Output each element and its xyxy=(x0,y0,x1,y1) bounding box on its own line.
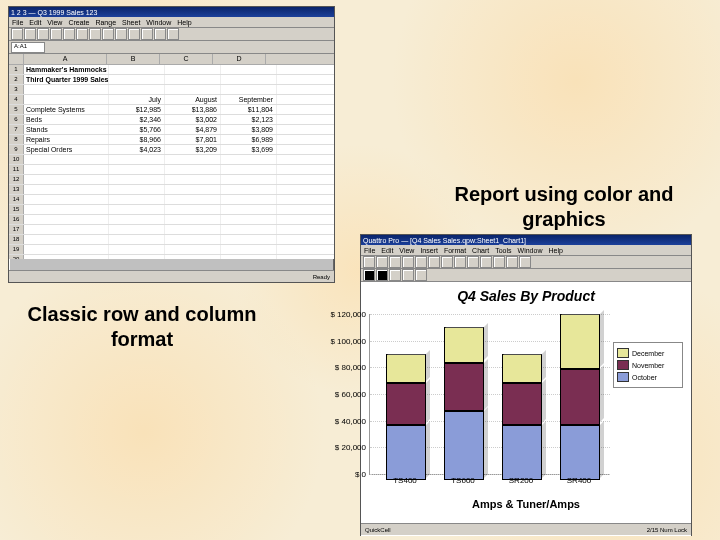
row-header[interactable]: 13 xyxy=(9,185,24,194)
menu-window[interactable]: Window xyxy=(146,19,171,26)
cell[interactable]: $12,985 xyxy=(109,105,165,114)
cell[interactable] xyxy=(24,155,109,164)
cell[interactable] xyxy=(109,65,165,74)
menu-create[interactable]: Create xyxy=(68,19,89,26)
cell[interactable] xyxy=(221,175,277,184)
row-header[interactable]: 14 xyxy=(9,195,24,204)
cell[interactable] xyxy=(109,215,165,224)
cell[interactable]: $4,879 xyxy=(165,125,221,134)
toolbar-button[interactable] xyxy=(402,256,414,268)
cell[interactable]: $7,801 xyxy=(165,135,221,144)
toolbar-button[interactable] xyxy=(115,28,127,40)
table-row[interactable]: 6Beds$2,346$3,002$2,123 xyxy=(9,115,334,125)
row-header[interactable]: 10 xyxy=(9,155,24,164)
cell[interactable] xyxy=(165,65,221,74)
cell[interactable]: $11,804 xyxy=(221,105,277,114)
menu-window[interactable]: Window xyxy=(518,247,543,254)
menu-help[interactable]: Help xyxy=(548,247,562,254)
table-row[interactable]: 5Complete Systems$12,985$13,886$11,804 xyxy=(9,105,334,115)
cell[interactable] xyxy=(165,85,221,94)
table-row[interactable]: 8Repairs$8,966$7,801$6,989 xyxy=(9,135,334,145)
menu-file[interactable]: File xyxy=(364,247,375,254)
row-header[interactable]: 17 xyxy=(9,225,24,234)
table-row[interactable]: 15 xyxy=(9,205,334,215)
table-row[interactable]: 3 xyxy=(9,85,334,95)
row-header[interactable]: 9 xyxy=(9,145,24,154)
row-header[interactable]: 2 xyxy=(9,75,24,84)
spreadsheet-grid[interactable]: A B C D 1Hammaker's Hammocks2Third Quart… xyxy=(9,54,334,259)
toolbar-button[interactable] xyxy=(389,256,401,268)
cell[interactable] xyxy=(165,185,221,194)
menu-edit[interactable]: Edit xyxy=(381,247,393,254)
row-header[interactable]: 8 xyxy=(9,135,24,144)
cell[interactable] xyxy=(221,195,277,204)
cell[interactable] xyxy=(165,225,221,234)
cell[interactable]: Stands xyxy=(24,125,109,134)
row-header[interactable]: 15 xyxy=(9,205,24,214)
cell[interactable] xyxy=(109,75,165,84)
cell[interactable] xyxy=(221,155,277,164)
cell-reference-box[interactable]: A:A1 xyxy=(11,42,45,53)
cell[interactable]: $2,346 xyxy=(109,115,165,124)
cell[interactable] xyxy=(24,205,109,214)
cell[interactable] xyxy=(109,245,165,254)
menu-insert[interactable]: Insert xyxy=(420,247,438,254)
toolbar-button[interactable] xyxy=(493,256,505,268)
row-header[interactable]: 3 xyxy=(9,85,24,94)
table-row[interactable]: 1Hammaker's Hammocks xyxy=(9,65,334,75)
toolbar-button[interactable] xyxy=(363,269,375,281)
cell[interactable]: Hammaker's Hammocks xyxy=(24,65,109,74)
cell[interactable]: September xyxy=(221,95,277,104)
row-header[interactable]: 4 xyxy=(9,95,24,104)
cell[interactable] xyxy=(24,165,109,174)
toolbar-button[interactable] xyxy=(76,28,88,40)
cell[interactable]: $13,886 xyxy=(165,105,221,114)
toolbar-button[interactable] xyxy=(50,28,62,40)
cell[interactable] xyxy=(24,185,109,194)
menu-help[interactable]: Help xyxy=(177,19,191,26)
toolbar-button[interactable] xyxy=(519,256,531,268)
toolbar-button[interactable] xyxy=(154,28,166,40)
cell[interactable] xyxy=(24,255,109,259)
toolbar-button[interactable] xyxy=(89,28,101,40)
cell[interactable] xyxy=(24,95,109,104)
cell[interactable] xyxy=(109,185,165,194)
toolbar-button[interactable] xyxy=(389,269,401,281)
col-header-c[interactable]: C xyxy=(160,54,213,64)
toolbar-button[interactable] xyxy=(11,28,23,40)
cell[interactable] xyxy=(221,65,277,74)
row-header[interactable]: 20 xyxy=(9,255,24,259)
cell[interactable] xyxy=(165,205,221,214)
toolbar-button[interactable] xyxy=(506,256,518,268)
toolbar-button[interactable] xyxy=(363,256,375,268)
toolbar-button[interactable] xyxy=(428,256,440,268)
cell[interactable] xyxy=(221,225,277,234)
cell[interactable] xyxy=(165,155,221,164)
cell[interactable]: $4,023 xyxy=(109,145,165,154)
cell[interactable] xyxy=(24,225,109,234)
cell[interactable] xyxy=(221,245,277,254)
cell[interactable]: Special Orders xyxy=(24,145,109,154)
toolbar-button[interactable] xyxy=(37,28,49,40)
cell[interactable]: August xyxy=(165,95,221,104)
table-row[interactable]: 16 xyxy=(9,215,334,225)
menu-edit[interactable]: Edit xyxy=(29,19,41,26)
menu-file[interactable]: File xyxy=(12,19,23,26)
cell[interactable] xyxy=(24,215,109,224)
row-header[interactable]: 19 xyxy=(9,245,24,254)
cell[interactable] xyxy=(165,175,221,184)
row-header[interactable]: 12 xyxy=(9,175,24,184)
table-row[interactable]: 14 xyxy=(9,195,334,205)
menu-view[interactable]: View xyxy=(47,19,62,26)
menu-sheet[interactable]: Sheet xyxy=(122,19,140,26)
row-header[interactable]: 5 xyxy=(9,105,24,114)
menu-view[interactable]: View xyxy=(399,247,414,254)
toolbar-button[interactable] xyxy=(376,269,388,281)
menu-format[interactable]: Format xyxy=(444,247,466,254)
table-row[interactable]: 2Third Quarter 1999 Sales xyxy=(9,75,334,85)
row-header[interactable]: 11 xyxy=(9,165,24,174)
toolbar-button[interactable] xyxy=(128,28,140,40)
table-row[interactable]: 19 xyxy=(9,245,334,255)
cell[interactable]: July xyxy=(109,95,165,104)
cell[interactable]: $3,002 xyxy=(165,115,221,124)
